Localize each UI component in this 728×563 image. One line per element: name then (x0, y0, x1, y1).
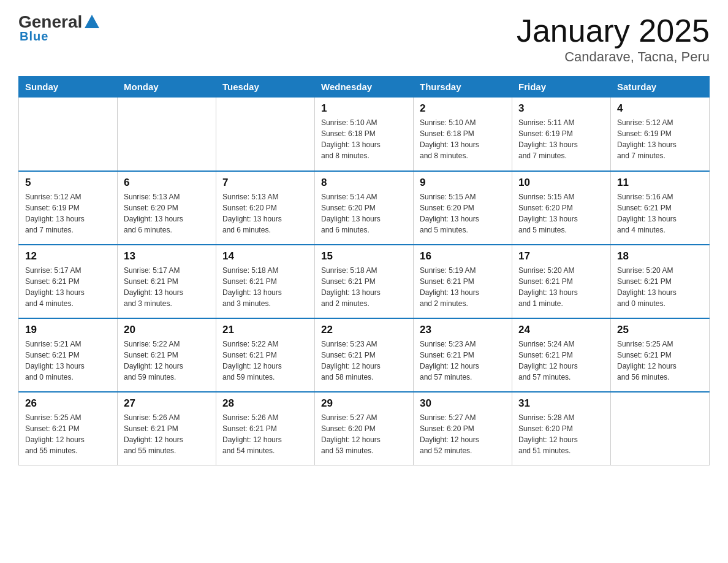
day-number: 28 (222, 397, 308, 410)
day-number: 27 (124, 397, 210, 410)
col-header-tuesday: Tuesday (216, 77, 315, 98)
day-number: 2 (420, 102, 506, 115)
day-info: Sunrise: 5:25 AM Sunset: 6:21 PM Dayligh… (617, 339, 703, 383)
table-row: 27Sunrise: 5:26 AM Sunset: 6:21 PM Dayli… (118, 392, 216, 465)
day-info: Sunrise: 5:18 AM Sunset: 6:21 PM Dayligh… (321, 265, 407, 309)
day-info: Sunrise: 5:20 AM Sunset: 6:21 PM Dayligh… (518, 265, 604, 309)
table-row: 9Sunrise: 5:15 AM Sunset: 6:20 PM Daylig… (414, 171, 512, 245)
day-info: Sunrise: 5:21 AM Sunset: 6:21 PM Dayligh… (25, 339, 111, 383)
table-row: 21Sunrise: 5:22 AM Sunset: 6:21 PM Dayli… (216, 318, 315, 392)
col-header-friday: Friday (512, 77, 611, 98)
day-number: 30 (420, 397, 506, 410)
day-info: Sunrise: 5:28 AM Sunset: 6:20 PM Dayligh… (518, 412, 604, 456)
table-row: 3Sunrise: 5:11 AM Sunset: 6:19 PM Daylig… (512, 98, 611, 171)
day-info: Sunrise: 5:20 AM Sunset: 6:21 PM Dayligh… (617, 265, 703, 309)
table-row: 19Sunrise: 5:21 AM Sunset: 6:21 PM Dayli… (19, 318, 118, 392)
calendar-week-row: 19Sunrise: 5:21 AM Sunset: 6:21 PM Dayli… (19, 318, 710, 392)
day-info: Sunrise: 5:22 AM Sunset: 6:21 PM Dayligh… (222, 339, 308, 383)
table-row: 4Sunrise: 5:12 AM Sunset: 6:19 PM Daylig… (611, 98, 710, 171)
day-info: Sunrise: 5:18 AM Sunset: 6:21 PM Dayligh… (222, 265, 308, 309)
day-info: Sunrise: 5:15 AM Sunset: 6:20 PM Dayligh… (518, 191, 604, 236)
table-row: 23Sunrise: 5:23 AM Sunset: 6:21 PM Dayli… (414, 318, 512, 392)
table-row: 26Sunrise: 5:25 AM Sunset: 6:21 PM Dayli… (19, 392, 118, 465)
day-number: 29 (321, 397, 407, 410)
day-info: Sunrise: 5:25 AM Sunset: 6:21 PM Dayligh… (25, 412, 111, 456)
day-info: Sunrise: 5:23 AM Sunset: 6:21 PM Dayligh… (420, 339, 506, 383)
day-number: 18 (617, 250, 703, 262)
table-row: 2Sunrise: 5:10 AM Sunset: 6:18 PM Daylig… (414, 98, 512, 171)
calendar-week-row: 1Sunrise: 5:10 AM Sunset: 6:18 PM Daylig… (19, 98, 710, 171)
day-info: Sunrise: 5:14 AM Sunset: 6:20 PM Dayligh… (321, 191, 407, 236)
calendar-week-row: 5Sunrise: 5:12 AM Sunset: 6:19 PM Daylig… (19, 171, 710, 245)
table-row: 1Sunrise: 5:10 AM Sunset: 6:18 PM Daylig… (315, 98, 414, 171)
day-number: 5 (25, 177, 111, 189)
table-row: 30Sunrise: 5:27 AM Sunset: 6:20 PM Dayli… (414, 392, 512, 465)
col-header-thursday: Thursday (414, 77, 512, 98)
table-row: 6Sunrise: 5:13 AM Sunset: 6:20 PM Daylig… (118, 171, 216, 245)
logo: General Blue (18, 12, 99, 44)
logo-blue-text: Blue (20, 29, 48, 44)
page-header: General Blue January 2025 Candarave, Tac… (18, 12, 710, 65)
table-row (611, 392, 710, 465)
table-row: 15Sunrise: 5:18 AM Sunset: 6:21 PM Dayli… (315, 245, 414, 318)
day-number: 26 (25, 397, 111, 410)
table-row: 13Sunrise: 5:17 AM Sunset: 6:21 PM Dayli… (118, 245, 216, 318)
table-row (118, 98, 216, 171)
table-row: 5Sunrise: 5:12 AM Sunset: 6:19 PM Daylig… (19, 171, 118, 245)
table-row: 20Sunrise: 5:22 AM Sunset: 6:21 PM Dayli… (118, 318, 216, 392)
table-row: 31Sunrise: 5:28 AM Sunset: 6:20 PM Dayli… (512, 392, 611, 465)
day-number: 11 (617, 177, 703, 189)
day-info: Sunrise: 5:19 AM Sunset: 6:21 PM Dayligh… (420, 265, 506, 309)
month-title: January 2025 (517, 12, 710, 49)
table-row: 7Sunrise: 5:13 AM Sunset: 6:20 PM Daylig… (216, 171, 315, 245)
table-row: 14Sunrise: 5:18 AM Sunset: 6:21 PM Dayli… (216, 245, 315, 318)
day-info: Sunrise: 5:11 AM Sunset: 6:19 PM Dayligh… (518, 117, 604, 161)
day-number: 16 (420, 250, 506, 262)
day-number: 4 (617, 102, 703, 115)
day-info: Sunrise: 5:15 AM Sunset: 6:20 PM Dayligh… (420, 191, 506, 236)
day-number: 20 (124, 324, 210, 336)
col-header-sunday: Sunday (19, 77, 118, 98)
day-number: 17 (518, 250, 604, 262)
table-row: 29Sunrise: 5:27 AM Sunset: 6:20 PM Dayli… (315, 392, 414, 465)
day-info: Sunrise: 5:16 AM Sunset: 6:21 PM Dayligh… (617, 191, 703, 236)
day-number: 23 (420, 324, 506, 336)
table-row: 8Sunrise: 5:14 AM Sunset: 6:20 PM Daylig… (315, 171, 414, 245)
col-header-saturday: Saturday (611, 77, 710, 98)
day-info: Sunrise: 5:27 AM Sunset: 6:20 PM Dayligh… (321, 412, 407, 456)
table-row (19, 98, 118, 171)
title-block: January 2025 Candarave, Tacna, Peru (517, 12, 710, 65)
day-number: 24 (518, 324, 604, 336)
day-info: Sunrise: 5:10 AM Sunset: 6:18 PM Dayligh… (420, 117, 506, 161)
day-number: 15 (321, 250, 407, 262)
table-row: 18Sunrise: 5:20 AM Sunset: 6:21 PM Dayli… (611, 245, 710, 318)
day-info: Sunrise: 5:23 AM Sunset: 6:21 PM Dayligh… (321, 339, 407, 383)
day-info: Sunrise: 5:12 AM Sunset: 6:19 PM Dayligh… (617, 117, 703, 161)
location-subtitle: Candarave, Tacna, Peru (517, 49, 710, 65)
day-info: Sunrise: 5:26 AM Sunset: 6:21 PM Dayligh… (222, 412, 308, 456)
table-row: 24Sunrise: 5:24 AM Sunset: 6:21 PM Dayli… (512, 318, 611, 392)
day-number: 8 (321, 177, 407, 189)
day-info: Sunrise: 5:24 AM Sunset: 6:21 PM Dayligh… (518, 339, 604, 383)
table-row: 10Sunrise: 5:15 AM Sunset: 6:20 PM Dayli… (512, 171, 611, 245)
day-number: 6 (124, 177, 210, 189)
day-number: 14 (222, 250, 308, 262)
day-number: 31 (518, 397, 604, 410)
day-number: 21 (222, 324, 308, 336)
day-info: Sunrise: 5:17 AM Sunset: 6:21 PM Dayligh… (124, 265, 210, 309)
day-number: 7 (222, 177, 308, 189)
day-number: 13 (124, 250, 210, 262)
table-row: 22Sunrise: 5:23 AM Sunset: 6:21 PM Dayli… (315, 318, 414, 392)
day-number: 19 (25, 324, 111, 336)
day-number: 25 (617, 324, 703, 336)
day-info: Sunrise: 5:22 AM Sunset: 6:21 PM Dayligh… (124, 339, 210, 383)
calendar-table: Sunday Monday Tuesday Wednesday Thursday… (18, 76, 710, 465)
col-header-monday: Monday (118, 77, 216, 98)
day-info: Sunrise: 5:26 AM Sunset: 6:21 PM Dayligh… (124, 412, 210, 456)
calendar-week-row: 12Sunrise: 5:17 AM Sunset: 6:21 PM Dayli… (19, 245, 710, 318)
day-number: 1 (321, 102, 407, 115)
calendar-week-row: 26Sunrise: 5:25 AM Sunset: 6:21 PM Dayli… (19, 392, 710, 465)
calendar-header-row: Sunday Monday Tuesday Wednesday Thursday… (19, 77, 710, 98)
table-row: 16Sunrise: 5:19 AM Sunset: 6:21 PM Dayli… (414, 245, 512, 318)
day-number: 22 (321, 324, 407, 336)
